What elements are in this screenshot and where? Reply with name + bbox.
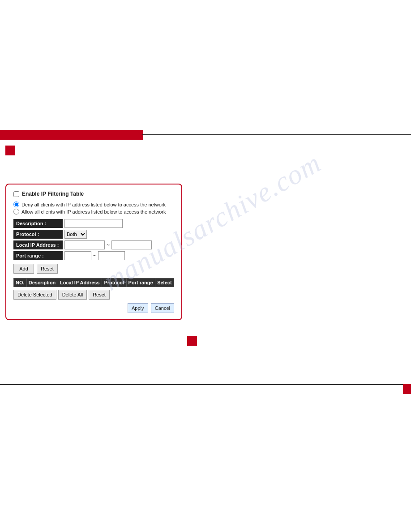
local-ip-label: Local IP Address : (13, 240, 63, 249)
ip-filtering-panel: Enable IP Filtering Table Deny all clien… (5, 184, 182, 320)
radio-allow[interactable] (13, 209, 19, 215)
tilde-ip: ~ (107, 242, 110, 248)
col-port-range: Port range (126, 279, 155, 287)
enable-label: Enable IP Filtering Table (22, 191, 84, 197)
col-protocol: Protocol (102, 279, 126, 287)
description-input[interactable] (64, 219, 123, 228)
col-no: NO. (14, 279, 27, 287)
reset-form-button[interactable]: Reset (37, 264, 58, 274)
port-range-label: Port range : (13, 251, 63, 260)
description-label: Description : (13, 219, 63, 228)
col-local-ip: Local IP Address (58, 279, 102, 287)
filter-table: NO. Description Local IP Address Protoco… (13, 278, 174, 287)
local-ip-to[interactable] (111, 240, 152, 249)
protocol-select[interactable]: Both TCP UDP ICMP (64, 230, 87, 239)
apply-button[interactable]: Apply (128, 303, 148, 313)
delete-all-button[interactable]: Delete All (58, 290, 87, 300)
table-header-row: NO. Description Local IP Address Protoco… (14, 279, 174, 287)
local-ip-row: Local IP Address : ~ (13, 240, 174, 249)
bottom-line (0, 384, 403, 385)
description-row: Description : (13, 219, 174, 228)
radio-allow-label: Allow all clients with IP address listed… (21, 209, 166, 215)
port-range-row: Port range : ~ (13, 251, 174, 260)
col-description: Description (26, 279, 58, 287)
enable-checkbox[interactable] (13, 191, 19, 197)
port-from[interactable] (64, 251, 91, 260)
delete-selected-button[interactable]: Delete Selected (13, 290, 56, 300)
protocol-label: Protocol : (13, 230, 63, 239)
red-banner (0, 130, 143, 140)
header-line (142, 134, 411, 135)
apply-cancel-row: Apply Cancel (13, 303, 174, 313)
add-reset-row: Add Reset (13, 264, 174, 274)
red-square-topleft (5, 146, 15, 155)
tilde-port: ~ (93, 253, 96, 259)
reset-table-button[interactable]: Reset (89, 290, 110, 300)
red-square-bottom (403, 384, 411, 394)
red-square-bottomright (187, 336, 197, 346)
form-section: Description : Protocol : Both TCP UDP IC… (13, 219, 174, 260)
radio-deny[interactable] (13, 202, 19, 207)
table-actions-row: Delete Selected Delete All Reset (13, 290, 174, 300)
cancel-button[interactable]: Cancel (151, 303, 174, 313)
radio-deny-row: Deny all clients with IP address listed … (13, 202, 174, 207)
radio-deny-label: Deny all clients with IP address listed … (21, 202, 166, 207)
col-select: Select (155, 279, 174, 287)
protocol-row: Protocol : Both TCP UDP ICMP (13, 230, 174, 239)
local-ip-from[interactable] (64, 240, 105, 249)
add-button[interactable]: Add (13, 264, 34, 274)
port-to[interactable] (98, 251, 125, 260)
radio-allow-row: Allow all clients with IP address listed… (13, 209, 174, 215)
enable-row: Enable IP Filtering Table (13, 191, 174, 197)
